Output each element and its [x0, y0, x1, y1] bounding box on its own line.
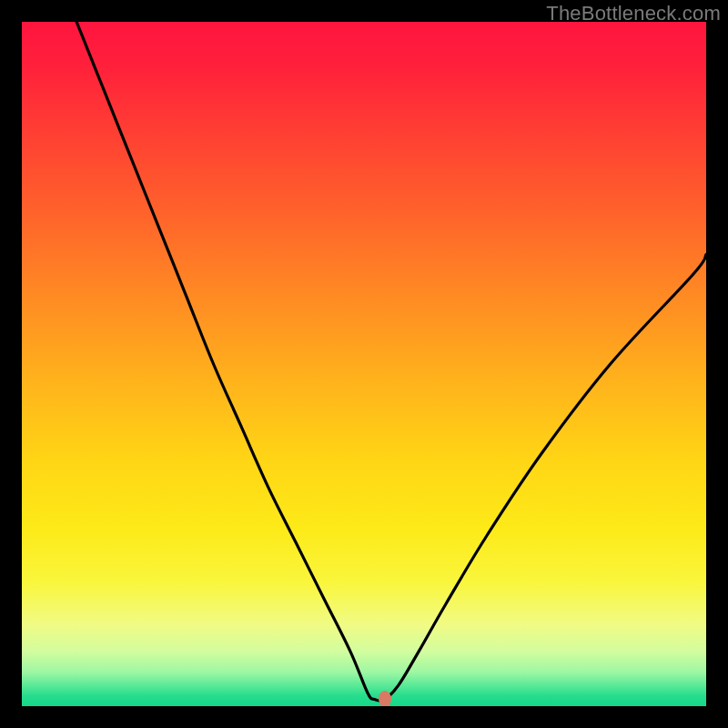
chart-frame: TheBottleneck.com [0, 0, 728, 728]
optimal-marker [379, 691, 391, 706]
bottleneck-curve [22, 22, 706, 706]
watermark-text: TheBottleneck.com [546, 2, 721, 25]
plot-area [22, 22, 706, 706]
